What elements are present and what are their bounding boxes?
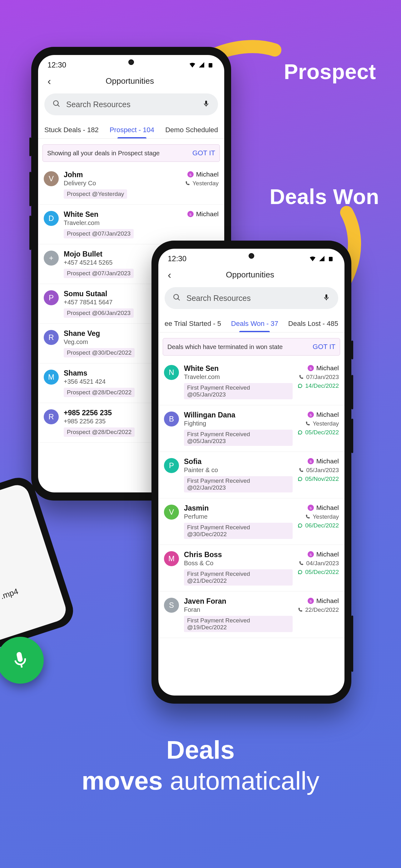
mic-icon[interactable]	[202, 99, 210, 110]
item-sub: Boss & Co	[184, 560, 293, 567]
item-name: Johm	[64, 170, 180, 179]
tab-free-trial[interactable]: ee Trial Started - 5	[163, 316, 223, 332]
wifi-icon	[189, 61, 196, 69]
avatar: V	[44, 171, 59, 186]
owner-badge: sMichael	[308, 458, 339, 465]
status-time: 12:30	[47, 61, 66, 69]
avatar: N	[164, 365, 179, 380]
mic-fab[interactable]	[0, 632, 48, 688]
wifi-icon	[309, 255, 316, 262]
info-banner: Deals which have terminated in won state…	[163, 338, 340, 355]
signal-icon	[318, 255, 326, 262]
meta-call: Yesterday	[305, 514, 339, 520]
stage-tag: First Payment Received @05/Jan/2023	[184, 383, 293, 399]
item-sub: Traveler.com	[184, 373, 293, 380]
list-item[interactable]: VJohmDelivery CoProspect @YesterdaysMich…	[38, 165, 224, 205]
phone-dealswon: 12:30 ‹ Opportunities Search Resources e…	[152, 241, 352, 704]
status-icons	[309, 255, 335, 262]
stage-tag: Prospect @30/Dec/2022	[64, 348, 135, 358]
stage-tag: Prospect @28/Dec/2022	[64, 428, 135, 437]
mic-icon[interactable]	[323, 293, 330, 303]
label-dealswon: Deals Won	[269, 184, 379, 209]
avatar: +	[44, 251, 59, 266]
owner-badge: sMichael	[308, 597, 339, 604]
meta-call: 05/Jan/2023	[299, 467, 339, 474]
avatar: S	[164, 598, 179, 613]
stage-tag: Prospect @07/Jan/2023	[64, 269, 134, 278]
avatar: P	[44, 290, 59, 305]
avatar: P	[164, 458, 179, 473]
owner-badge: sMichael	[308, 364, 339, 372]
avatar: M	[44, 370, 59, 384]
caption-line1: Deals	[0, 735, 401, 765]
owner-badge: sMichael	[188, 210, 219, 218]
stage-tag: First Payment Received @30/Dec/2022	[184, 523, 293, 539]
meta-call: 04/Jan/2023	[299, 560, 339, 567]
list-item[interactable]: PSofiaPainter & coFirst Payment Received…	[158, 452, 344, 498]
item-sub: Delivery Co	[64, 180, 180, 187]
marketing-caption: Deals moves automatically	[0, 735, 401, 796]
stage-tag: First Payment Received @02/Jan/2023	[184, 476, 293, 492]
tabs: ee Trial Started - 5 Deals Won - 37 Deal…	[158, 315, 344, 333]
caption-line2-bold: moves	[81, 767, 163, 795]
meta-whatsapp: 05/Dec/2022	[298, 569, 339, 576]
search-placeholder: Search Resources	[66, 100, 197, 109]
search-input[interactable]: Search Resources	[44, 93, 218, 115]
meta-whatsapp: 14/Dec/2022	[298, 382, 339, 389]
stage-tag: Prospect @28/Dec/2022	[64, 388, 135, 397]
phone-peek: .mp4	[0, 473, 77, 657]
banner-msg: Showing all your deals in Prospect stage	[47, 150, 192, 157]
tab-deals-lost[interactable]: Deals Lost - 485	[287, 316, 340, 332]
meta-call: 07/Jan/2023	[299, 374, 339, 380]
stage-tag: Prospect @07/Jan/2023	[64, 229, 134, 239]
item-name: White Sen	[184, 364, 293, 373]
avatar: B	[164, 411, 179, 427]
avatar: M	[164, 551, 179, 566]
owner-badge: sMichael	[188, 170, 219, 178]
tab-deals-won[interactable]: Deals Won - 37	[229, 316, 280, 332]
stage-tag: Prospect @06/Jan/2023	[64, 308, 134, 318]
avatar: V	[164, 505, 179, 520]
list-item[interactable]: NWhite SenTraveler.comFirst Payment Rece…	[158, 359, 344, 405]
peek-file-label: .mp4	[0, 574, 58, 614]
avatar: R	[44, 330, 59, 345]
item-name: Javen Foran	[184, 597, 293, 606]
tab-prospect[interactable]: Prospect - 104	[108, 123, 156, 138]
item-name: White Sen	[64, 210, 182, 219]
status-time: 12:30	[168, 254, 187, 263]
stage-tag: First Payment Received @05/Jan/2023	[184, 430, 293, 446]
list-item[interactable]: BWillingan DanaFightingFirst Payment Rec…	[158, 405, 344, 452]
banner-gotit[interactable]: GOT IT	[312, 343, 335, 351]
item-name: Sofia	[184, 458, 293, 466]
item-sub: Perfume	[184, 513, 293, 520]
banner-gotit[interactable]: GOT IT	[192, 149, 215, 157]
list-item[interactable]: VJasminPerfumeFirst Payment Received @30…	[158, 498, 344, 545]
avatar: R	[44, 409, 59, 424]
list-item[interactable]: DWhite SenTraveler.comProspect @07/Jan/2…	[38, 205, 224, 244]
search-placeholder: Search Resources	[187, 294, 317, 303]
list-item[interactable]: MChris BossBoss & CoFirst Payment Receiv…	[158, 545, 344, 591]
deal-list: NWhite SenTraveler.comFirst Payment Rece…	[158, 359, 344, 638]
stage-tag: First Payment Received @21/Dec/2022	[184, 569, 293, 586]
avatar: D	[44, 211, 59, 226]
search-icon	[53, 100, 61, 109]
owner-badge: sMichael	[308, 504, 339, 512]
meta-whatsapp: 05/Dec/2022	[298, 429, 339, 436]
meta-call: Yesterday	[185, 180, 219, 187]
signal-icon	[198, 61, 205, 69]
camera-notch	[128, 59, 134, 65]
item-name: Willingan Dana	[184, 411, 293, 419]
list-item[interactable]: SJaven ForanForanFirst Payment Received …	[158, 591, 344, 638]
item-sub: Fighting	[184, 420, 293, 427]
tab-stuck-deals[interactable]: Stuck Deals - 182	[42, 123, 101, 138]
search-icon	[173, 293, 181, 303]
item-sub: Painter & co	[184, 466, 293, 474]
svg-rect-2	[209, 63, 212, 67]
search-input[interactable]: Search Resources	[165, 287, 338, 309]
label-prospect: Prospect	[284, 59, 376, 84]
svg-rect-3	[329, 257, 333, 261]
stage-tag: First Payment Received @19/Dec/2022	[184, 616, 293, 632]
stage-tag: Prospect @Yesterday	[64, 189, 127, 199]
tab-demo-scheduled[interactable]: Demo Scheduled	[163, 123, 220, 138]
item-sub: Traveler.com	[64, 219, 182, 226]
